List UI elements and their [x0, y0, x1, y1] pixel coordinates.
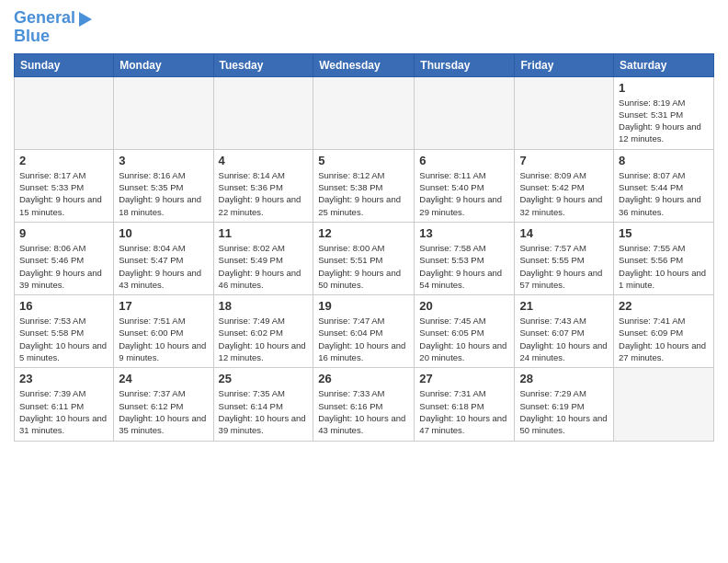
calendar-cell: 20Sunrise: 7:45 AM Sunset: 6:05 PM Dayli…	[415, 295, 515, 368]
calendar-cell	[313, 76, 415, 149]
logo-blue: Blue	[14, 28, 50, 46]
calendar-cell: 22Sunrise: 7:41 AM Sunset: 6:09 PM Dayli…	[614, 295, 714, 368]
calendar-cell: 25Sunrise: 7:35 AM Sunset: 6:14 PM Dayli…	[213, 368, 313, 441]
calendar-cell: 5Sunrise: 8:12 AM Sunset: 5:38 PM Daylig…	[313, 149, 415, 222]
day-number: 27	[419, 372, 509, 385]
day-number: 6	[419, 154, 509, 167]
calendar-cell: 1Sunrise: 8:19 AM Sunset: 5:31 PM Daylig…	[614, 76, 714, 149]
calendar-cell: 4Sunrise: 8:14 AM Sunset: 5:36 PM Daylig…	[213, 149, 313, 222]
header: General Blue	[14, 9, 714, 46]
day-info: Sunrise: 8:06 AM Sunset: 5:46 PM Dayligh…	[19, 242, 108, 291]
week-row-4: 23Sunrise: 7:39 AM Sunset: 6:11 PM Dayli…	[15, 368, 714, 441]
day-number: 12	[318, 226, 409, 240]
day-info: Sunrise: 8:00 AM Sunset: 5:51 PM Dayligh…	[318, 242, 409, 291]
day-info: Sunrise: 7:47 AM Sunset: 6:04 PM Dayligh…	[318, 315, 409, 363]
weekday-header-row: SundayMondayTuesdayWednesdayThursdayFrid…	[15, 53, 714, 76]
day-info: Sunrise: 8:02 AM Sunset: 5:49 PM Dayligh…	[219, 242, 309, 291]
calendar-cell	[15, 76, 114, 149]
calendar-cell: 13Sunrise: 7:58 AM Sunset: 5:53 PM Dayli…	[415, 222, 515, 294]
day-info: Sunrise: 8:17 AM Sunset: 5:33 PM Dayligh…	[19, 169, 108, 218]
day-info: Sunrise: 7:35 AM Sunset: 6:14 PM Dayligh…	[219, 387, 309, 436]
calendar-cell: 26Sunrise: 7:33 AM Sunset: 6:16 PM Dayli…	[313, 368, 415, 441]
calendar-cell: 9Sunrise: 8:06 AM Sunset: 5:46 PM Daylig…	[15, 222, 114, 294]
day-number: 9	[19, 226, 108, 240]
day-number: 1	[619, 81, 709, 95]
day-number: 11	[219, 226, 309, 240]
calendar-cell: 3Sunrise: 8:16 AM Sunset: 5:35 PM Daylig…	[114, 149, 213, 222]
calendar-cell: 12Sunrise: 8:00 AM Sunset: 5:51 PM Dayli…	[313, 222, 415, 294]
day-number: 22	[619, 299, 709, 313]
day-number: 24	[119, 372, 208, 385]
day-number: 10	[119, 226, 208, 240]
day-info: Sunrise: 7:41 AM Sunset: 6:09 PM Dayligh…	[619, 315, 709, 363]
calendar-cell: 6Sunrise: 8:11 AM Sunset: 5:40 PM Daylig…	[415, 149, 515, 222]
weekday-header-thursday: Thursday	[415, 53, 515, 76]
day-number: 17	[119, 299, 208, 313]
day-info: Sunrise: 8:11 AM Sunset: 5:40 PM Dayligh…	[419, 169, 509, 218]
calendar-cell: 8Sunrise: 8:07 AM Sunset: 5:44 PM Daylig…	[614, 149, 714, 222]
day-number: 7	[519, 154, 609, 167]
calendar-cell: 24Sunrise: 7:37 AM Sunset: 6:12 PM Dayli…	[114, 368, 213, 441]
day-number: 21	[519, 299, 609, 313]
day-info: Sunrise: 7:33 AM Sunset: 6:16 PM Dayligh…	[318, 387, 409, 436]
logo-text: General	[14, 9, 75, 28]
day-number: 15	[619, 226, 709, 240]
weekday-header-monday: Monday	[114, 53, 213, 76]
calendar-cell: 18Sunrise: 7:49 AM Sunset: 6:02 PM Dayli…	[213, 295, 313, 368]
calendar-cell: 21Sunrise: 7:43 AM Sunset: 6:07 PM Dayli…	[515, 295, 614, 368]
day-info: Sunrise: 7:55 AM Sunset: 5:56 PM Dayligh…	[619, 242, 709, 291]
calendar-cell: 15Sunrise: 7:55 AM Sunset: 5:56 PM Dayli…	[614, 222, 714, 294]
day-number: 13	[419, 226, 509, 240]
day-info: Sunrise: 8:12 AM Sunset: 5:38 PM Dayligh…	[318, 169, 409, 218]
day-info: Sunrise: 7:49 AM Sunset: 6:02 PM Dayligh…	[219, 315, 309, 363]
day-info: Sunrise: 7:51 AM Sunset: 6:00 PM Dayligh…	[119, 315, 208, 363]
day-number: 18	[219, 299, 309, 313]
calendar-cell	[614, 368, 714, 441]
day-number: 16	[19, 299, 108, 313]
day-number: 4	[219, 154, 309, 167]
day-info: Sunrise: 7:31 AM Sunset: 6:18 PM Dayligh…	[419, 387, 509, 436]
day-info: Sunrise: 7:29 AM Sunset: 6:19 PM Dayligh…	[519, 387, 609, 436]
day-info: Sunrise: 8:09 AM Sunset: 5:42 PM Dayligh…	[519, 169, 609, 218]
day-info: Sunrise: 7:37 AM Sunset: 6:12 PM Dayligh…	[119, 387, 208, 436]
day-number: 25	[219, 372, 309, 385]
calendar-cell: 19Sunrise: 7:47 AM Sunset: 6:04 PM Dayli…	[313, 295, 415, 368]
day-info: Sunrise: 8:14 AM Sunset: 5:36 PM Dayligh…	[219, 169, 309, 218]
page-container: General Blue SundayMondayTuesdayWednesda…	[0, 0, 728, 451]
week-row-1: 2Sunrise: 8:17 AM Sunset: 5:33 PM Daylig…	[15, 149, 714, 222]
calendar-cell: 10Sunrise: 8:04 AM Sunset: 5:47 PM Dayli…	[114, 222, 213, 294]
calendar-cell	[515, 76, 614, 149]
day-info: Sunrise: 8:16 AM Sunset: 5:35 PM Dayligh…	[119, 169, 208, 218]
day-number: 14	[519, 226, 609, 240]
calendar-cell: 23Sunrise: 7:39 AM Sunset: 6:11 PM Dayli…	[15, 368, 114, 441]
calendar-cell: 7Sunrise: 8:09 AM Sunset: 5:42 PM Daylig…	[515, 149, 614, 222]
week-row-0: 1Sunrise: 8:19 AM Sunset: 5:31 PM Daylig…	[15, 76, 714, 149]
calendar-cell: 2Sunrise: 8:17 AM Sunset: 5:33 PM Daylig…	[15, 149, 114, 222]
calendar-cell	[114, 76, 213, 149]
day-info: Sunrise: 8:19 AM Sunset: 5:31 PM Dayligh…	[619, 97, 709, 145]
day-info: Sunrise: 8:04 AM Sunset: 5:47 PM Dayligh…	[119, 242, 208, 291]
calendar-cell: 28Sunrise: 7:29 AM Sunset: 6:19 PM Dayli…	[515, 368, 614, 441]
day-info: Sunrise: 7:43 AM Sunset: 6:07 PM Dayligh…	[519, 315, 609, 363]
calendar-cell: 17Sunrise: 7:51 AM Sunset: 6:00 PM Dayli…	[114, 295, 213, 368]
weekday-header-sunday: Sunday	[15, 53, 114, 76]
day-number: 19	[318, 299, 409, 313]
calendar-cell: 14Sunrise: 7:57 AM Sunset: 5:55 PM Dayli…	[515, 222, 614, 294]
calendar-cell	[415, 76, 515, 149]
day-number: 8	[619, 154, 709, 167]
day-number: 26	[318, 372, 409, 385]
day-info: Sunrise: 7:58 AM Sunset: 5:53 PM Dayligh…	[419, 242, 509, 291]
calendar-table: SundayMondayTuesdayWednesdayThursdayFrid…	[14, 53, 714, 442]
calendar-cell: 16Sunrise: 7:53 AM Sunset: 5:58 PM Dayli…	[15, 295, 114, 368]
day-info: Sunrise: 7:39 AM Sunset: 6:11 PM Dayligh…	[19, 387, 108, 436]
day-info: Sunrise: 7:53 AM Sunset: 5:58 PM Dayligh…	[19, 315, 108, 363]
day-number: 20	[419, 299, 509, 313]
calendar-cell	[213, 76, 313, 149]
weekday-header-tuesday: Tuesday	[213, 53, 313, 76]
day-number: 28	[519, 372, 609, 385]
calendar-cell: 11Sunrise: 8:02 AM Sunset: 5:49 PM Dayli…	[213, 222, 313, 294]
week-row-3: 16Sunrise: 7:53 AM Sunset: 5:58 PM Dayli…	[15, 295, 714, 368]
day-number: 23	[19, 372, 108, 385]
day-number: 5	[318, 154, 409, 167]
day-info: Sunrise: 8:07 AM Sunset: 5:44 PM Dayligh…	[619, 169, 709, 218]
